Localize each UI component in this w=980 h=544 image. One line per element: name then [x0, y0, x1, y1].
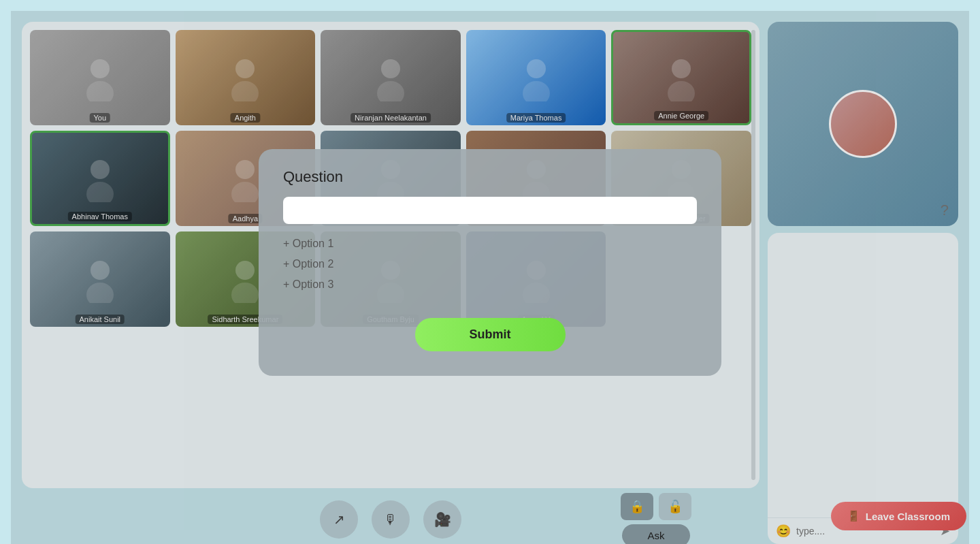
chat-messages — [768, 233, 958, 517]
participant-name: Niranjan Neelakantan — [350, 113, 431, 123]
svg-point-1 — [86, 81, 114, 101]
svg-point-11 — [86, 182, 114, 202]
participant-name: Aadhya — [229, 214, 262, 223]
emoji-icon[interactable]: 😊 — [776, 524, 791, 539]
video-button[interactable]: 🎥 — [423, 500, 461, 539]
svg-point-13 — [231, 182, 259, 202]
ask-button[interactable]: Ask — [622, 524, 690, 545]
participant-name: Angith — [231, 113, 260, 123]
svg-point-12 — [235, 160, 255, 179]
svg-point-23 — [231, 283, 259, 303]
svg-point-2 — [235, 59, 255, 78]
svg-point-9 — [668, 81, 695, 101]
leave-label: Leave Classroom — [866, 511, 950, 522]
svg-point-20 — [91, 261, 110, 280]
modal-title: Question — [283, 168, 697, 186]
video-cell: You — [30, 30, 170, 125]
scroll-strip[interactable] — [751, 30, 755, 480]
lock-active-button[interactable]: 🔒 — [621, 493, 653, 520]
lock-inactive-button[interactable]: 🔓 — [659, 493, 691, 520]
leave-classroom-button[interactable]: 🚪 Leave Classroom — [831, 502, 966, 530]
participant-name: You — [90, 113, 111, 123]
leave-icon: 🚪 — [847, 510, 860, 522]
svg-point-7 — [523, 81, 550, 101]
participant-name: Mariya Thomas — [506, 113, 566, 123]
chat-panel: 😊 ➤ — [768, 233, 958, 544]
share-icon: ↗ — [333, 511, 345, 528]
svg-point-21 — [86, 283, 114, 303]
presenter-card: ? — [768, 22, 958, 226]
option-row-1: + Option 1 — [283, 238, 697, 250]
svg-point-8 — [672, 59, 691, 78]
video-cell: Annie George — [611, 30, 751, 125]
option-row-2: + Option 2 — [283, 258, 697, 270]
video-cell: Angith — [176, 30, 316, 125]
svg-point-5 — [377, 81, 404, 101]
lock-active-icon: 🔒 — [630, 499, 644, 514]
presenter-avatar — [829, 90, 897, 158]
mic-icon: 🎙 — [384, 512, 397, 528]
svg-point-22 — [235, 261, 255, 280]
svg-point-0 — [91, 59, 110, 78]
participant-name: Anikait Sunil — [76, 315, 125, 324]
option-3-label[interactable]: + Option 3 — [283, 278, 333, 291]
right-panel: ? 😊 ➤ — [768, 22, 958, 544]
submit-button[interactable]: Submit — [415, 318, 566, 351]
video-icon: 🎥 — [434, 511, 451, 528]
presenter-bg — [768, 22, 958, 226]
svg-point-3 — [231, 81, 259, 101]
svg-point-6 — [527, 59, 546, 78]
lock-inactive-icon: 🔓 — [668, 499, 683, 514]
bottom-controls: ↗ 🎙 🎥 🔒 🔓 Ask — [22, 495, 760, 544]
participant-name: Abhinav Thomas — [68, 212, 132, 221]
question-input[interactable] — [283, 197, 697, 224]
share-button[interactable]: ↗ — [320, 500, 358, 539]
participant-name: Annie George — [654, 111, 708, 121]
option-2-label[interactable]: + Option 2 — [283, 258, 333, 270]
mic-button[interactable]: 🎙 — [372, 500, 410, 539]
video-cell: Niranjan Neelakantan — [321, 30, 461, 125]
option-1-label[interactable]: + Option 1 — [283, 238, 333, 250]
lock-group: 🔒 🔓 Ask — [621, 493, 691, 545]
question-mark-icon[interactable]: ? — [941, 202, 949, 219]
poll-modal: Question + Option 1 + Option 2 + Option … — [259, 149, 721, 376]
svg-point-10 — [91, 160, 110, 179]
lock-buttons: 🔒 🔓 — [621, 493, 691, 520]
video-cell: Anikait Sunil — [30, 231, 170, 327]
svg-point-4 — [381, 59, 400, 78]
video-cell: Mariya Thomas — [466, 30, 606, 125]
option-row-3: + Option 3 — [283, 278, 697, 291]
video-cell: Abhinav Thomas — [30, 131, 170, 226]
